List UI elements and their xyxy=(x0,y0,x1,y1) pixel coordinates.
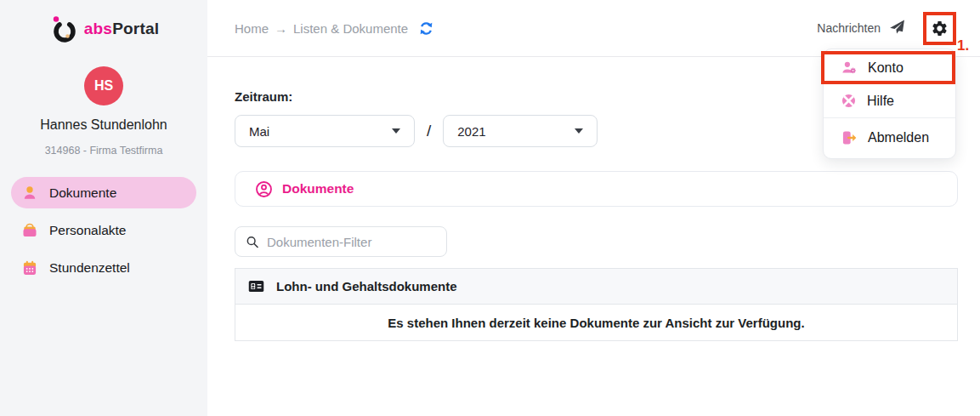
chevron-down-icon xyxy=(392,128,400,134)
sidebar-item-dokumente[interactable]: Dokumente xyxy=(11,177,196,208)
lifebuoy-icon xyxy=(841,93,857,109)
sidebar-item-label: Stundenzettel xyxy=(49,260,130,276)
menu-item-label: Hilfe xyxy=(867,94,894,109)
chevron-down-icon xyxy=(575,128,583,134)
documents-table: Lohn- und Gehaltsdokumente Es stehen Ihn… xyxy=(235,268,958,341)
refresh-icon xyxy=(418,20,434,37)
sidebar-item-label: Personalakte xyxy=(49,223,126,238)
brand-logo: absPortal xyxy=(0,0,207,44)
abs-portal-app: absPortal HS Hannes Stundenlohn 314968 -… xyxy=(0,0,980,416)
breadcrumb: Home → Listen & Dokumente xyxy=(235,21,408,36)
documents-tab-bar: Dokumente xyxy=(235,171,958,207)
document-filter-input[interactable] xyxy=(267,235,436,249)
refresh-button[interactable] xyxy=(418,20,434,37)
annotation-step-1: 1. xyxy=(957,37,969,54)
gear-icon xyxy=(931,20,949,37)
sidebar-item-personalakte[interactable]: Personalakte xyxy=(11,214,196,246)
briefcase-icon xyxy=(21,222,38,239)
table-header-row: Lohn- und Gehaltsdokumente xyxy=(235,269,957,305)
year-select[interactable]: 2021 xyxy=(443,115,598,147)
breadcrumb-current: Listen & Dokumente xyxy=(293,21,408,36)
empty-message: Es stehen Ihnen derzeit keine Dokumente … xyxy=(388,316,804,330)
sidebar-item-label: Dokumente xyxy=(49,185,116,201)
user-company: 314968 - Firma Testfirma xyxy=(0,145,207,157)
breadcrumb-arrow-icon: → xyxy=(275,21,287,36)
month-select[interactable]: Mai xyxy=(235,115,415,147)
tab-dokumente[interactable]: Dokumente xyxy=(282,181,354,197)
sidebar-item-stundenzettel[interactable]: Stundenzettel xyxy=(11,252,196,283)
logo-swirl-icon xyxy=(48,14,79,44)
breadcrumb-home[interactable]: Home xyxy=(235,21,269,36)
table-header-title: Lohn- und Gehaltsdokumente xyxy=(276,279,457,293)
person-circle-icon xyxy=(255,180,273,198)
year-select-value: 2021 xyxy=(457,124,485,139)
person-gear-icon xyxy=(841,60,858,77)
menu-item-label: Abmelden xyxy=(868,130,929,145)
settings-gear-button[interactable] xyxy=(923,12,956,45)
user-menu-dropdown: Konto Hilfe Abmelden xyxy=(823,48,956,159)
person-icon xyxy=(21,185,38,202)
avatar: HS xyxy=(84,66,123,105)
menu-item-hilfe[interactable]: Hilfe xyxy=(824,84,955,117)
search-icon xyxy=(246,235,259,249)
menu-item-label: Konto xyxy=(868,60,904,76)
calendar-icon xyxy=(21,259,38,276)
menu-item-abmelden[interactable]: Abmelden xyxy=(824,118,955,157)
messages-link[interactable]: Nachrichten xyxy=(817,21,881,35)
document-filter-box xyxy=(235,226,447,257)
month-select-value: Mai xyxy=(249,124,269,139)
id-card-icon xyxy=(247,277,265,295)
menu-item-konto[interactable]: Konto xyxy=(824,51,955,84)
table-empty-row: Es stehen Ihnen derzeit keine Dokumente … xyxy=(235,305,957,340)
period-separator: / xyxy=(427,122,431,140)
user-name: Hannes Stundenlohn xyxy=(0,117,207,133)
sidebar-nav: Dokumente Personalakte xyxy=(0,177,207,283)
paper-plane-icon[interactable] xyxy=(888,19,907,37)
brand-name: absPortal xyxy=(84,20,159,38)
sidebar: absPortal HS Hannes Stundenlohn 314968 -… xyxy=(0,0,207,416)
logout-icon xyxy=(841,129,858,146)
